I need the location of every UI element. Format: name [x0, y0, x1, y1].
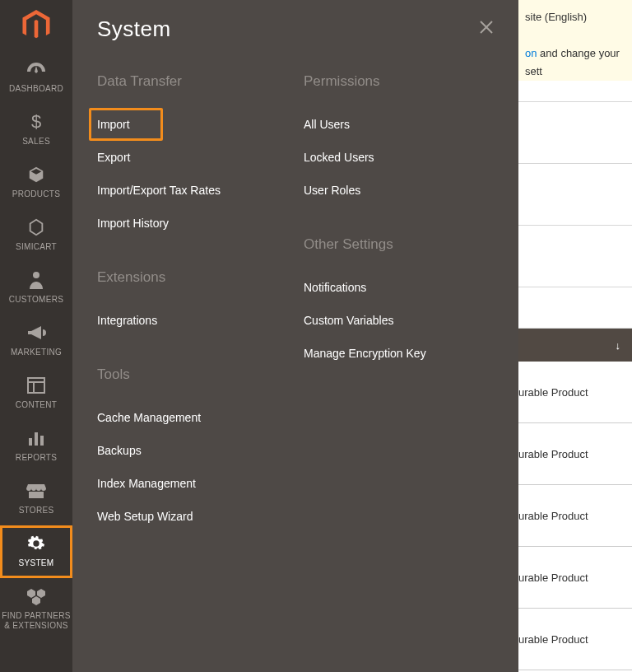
nav-label: FIND PARTNERS & EXTENSIONS [2, 611, 71, 631]
row-type-text: urable Product [518, 386, 588, 399]
svg-point-0 [33, 272, 40, 278]
nav-label: CONTENT [16, 400, 57, 410]
store-icon [26, 479, 46, 502]
menu-backups[interactable]: Backups [89, 434, 287, 467]
menu-user-roles[interactable]: User Roles [295, 174, 494, 207]
notice-banner: site (English) on and change your sett [518, 0, 632, 81]
menu-locked-users[interactable]: Locked Users [295, 141, 494, 174]
table-header-cell[interactable]: ↓ [518, 329, 632, 362]
flyout-title: System [97, 16, 494, 42]
background-page: site (English) on and change your sett ↓… [518, 0, 632, 672]
sort-arrow-icon: ↓ [616, 339, 621, 352]
bar-chart-icon [27, 427, 45, 450]
notice-link[interactable]: on [525, 47, 537, 59]
section-other-settings: Other Settings [304, 236, 494, 253]
nav-label: STORES [19, 506, 54, 516]
notice-text-a: site (English) [525, 11, 587, 23]
menu-cache-management[interactable]: Cache Management [89, 401, 287, 434]
row-type-text: urable Product [518, 448, 588, 460]
magento-logo[interactable] [0, 0, 72, 51]
svg-rect-6 [40, 436, 44, 446]
flyout-right-column: Permissions All Users Locked Users User … [304, 73, 494, 562]
menu-export[interactable]: Export [89, 141, 287, 174]
close-flyout-button[interactable] [479, 20, 494, 35]
menu-import-history[interactable]: Import History [89, 207, 287, 240]
row-type-text: urable Product [518, 510, 588, 522]
svg-rect-1 [28, 378, 44, 393]
nav-label: DASHBOARD [9, 84, 63, 94]
row-type-text: urable Product [518, 633, 588, 646]
nav-system[interactable]: SYSTEM [0, 525, 72, 578]
svg-rect-4 [29, 438, 32, 446]
dashboard-icon [26, 58, 47, 81]
nav-customers[interactable]: CUSTOMERS [0, 262, 72, 315]
nav-label: SIMICART [16, 242, 57, 252]
nav-label: MARKETING [11, 348, 62, 357]
section-extensions: Extensions [97, 269, 287, 286]
table-row[interactable]: urable Product [518, 609, 632, 670]
menu-manage-encryption-key[interactable]: Manage Encryption Key [295, 337, 494, 370]
row-type-text: urable Product [518, 572, 588, 584]
nav-content[interactable]: CONTENT [0, 367, 72, 420]
table-row[interactable]: urable Product [518, 485, 632, 547]
magento-logo-icon [22, 10, 50, 41]
menu-notifications[interactable]: Notifications [295, 271, 494, 304]
gear-icon [27, 532, 45, 555]
menu-web-setup-wizard[interactable]: Web Setup Wizard [89, 500, 287, 533]
section-data-transfer: Data Transfer [97, 73, 287, 90]
nav-products[interactable]: PRODUCTS [0, 156, 72, 209]
hexagon-icon [27, 216, 45, 239]
menu-import[interactable]: Import [89, 108, 163, 141]
nav-label: SALES [22, 137, 50, 147]
left-nav: DASHBOARD $ SALES PRODUCTS SIMICART CUST… [0, 0, 72, 672]
system-flyout: System Data Transfer Import Export Impor… [72, 0, 518, 672]
blocks-icon [26, 585, 46, 608]
table-row[interactable]: urable Product [518, 547, 632, 609]
table-row[interactable]: urable Product [518, 362, 632, 423]
person-icon [29, 268, 44, 292]
menu-index-management[interactable]: Index Management [89, 467, 287, 500]
nav-marketing[interactable]: MARKETING [0, 315, 72, 367]
menu-integrations[interactable]: Integrations [89, 304, 287, 337]
section-tools: Tools [97, 366, 287, 383]
menu-all-users[interactable]: All Users [295, 108, 494, 141]
flyout-left-column: Data Transfer Import Export Import/Expor… [97, 73, 287, 562]
nav-stores[interactable]: STORES [0, 473, 72, 525]
megaphone-icon [26, 321, 46, 344]
layout-icon [27, 374, 45, 397]
nav-label: CUSTOMERS [9, 295, 63, 305]
nav-find-partners[interactable]: FIND PARTNERS & EXTENSIONS [0, 578, 72, 641]
cube-icon [27, 163, 45, 186]
nav-reports[interactable]: REPORTS [0, 420, 72, 473]
nav-label: PRODUCTS [12, 189, 61, 199]
menu-custom-variables[interactable]: Custom Variables [295, 304, 494, 337]
nav-simicart[interactable]: SIMICART [0, 209, 72, 262]
dollar-icon: $ [31, 110, 41, 133]
svg-rect-5 [35, 432, 38, 446]
menu-import-export-tax-rates[interactable]: Import/Export Tax Rates [89, 174, 287, 207]
nav-label: REPORTS [16, 453, 57, 463]
close-icon [479, 20, 494, 35]
section-permissions: Permissions [304, 73, 494, 90]
nav-label: SYSTEM [19, 558, 54, 568]
notice-text-b: and change your sett [525, 47, 620, 77]
table-row[interactable]: urable Product [518, 423, 632, 485]
nav-dashboard[interactable]: DASHBOARD [0, 51, 72, 104]
nav-sales[interactable]: $ SALES [0, 104, 72, 156]
